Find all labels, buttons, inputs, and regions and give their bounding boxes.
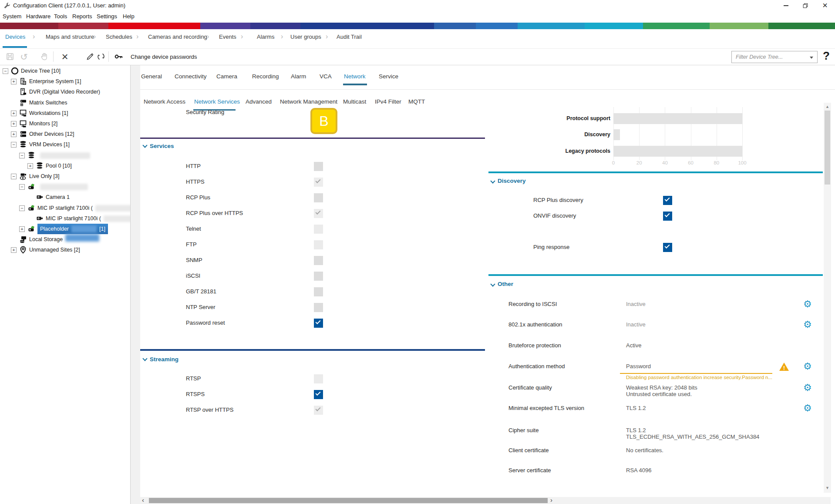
save-icon[interactable] (3, 50, 17, 63)
checkbox-rtsp[interactable] (314, 374, 323, 383)
tree-expander-minus-icon[interactable]: − (19, 205, 25, 211)
checkbox-onvif-discovery[interactable] (663, 212, 672, 221)
tree-item-mic-ip-starlight-7100i[interactable]: MIC IP starlight 7100i ( (0, 213, 130, 224)
tree-expander-plus-icon[interactable]: + (11, 121, 17, 127)
menu-item-reports[interactable]: Reports (72, 13, 92, 20)
scroll-down-icon[interactable]: ▼ (824, 486, 831, 490)
tree-item-selected-highlight[interactable]: Placeholder[1] (37, 224, 108, 234)
tree-item-other-devices-12[interactable]: +Other Devices [12] (0, 129, 130, 139)
hand-icon[interactable] (37, 50, 51, 63)
subtab-network-services[interactable]: Network Services (194, 98, 240, 105)
subtab-ipv4-filter[interactable]: IPv4 Filter (375, 98, 401, 105)
close-button[interactable]: × (817, 0, 833, 11)
maximize-button[interactable] (797, 0, 814, 11)
tab-connectivity[interactable]: Connectivity (175, 73, 207, 80)
checkbox-http[interactable] (314, 162, 323, 171)
subtab-mqtt[interactable]: MQTT (408, 98, 425, 105)
panel-splitter[interactable] (131, 65, 140, 504)
gear-icon[interactable]: ⚙ (803, 299, 812, 309)
tree-expander-minus-icon[interactable]: − (19, 153, 25, 158)
filter-device-tree-combo[interactable]: Filter Device Tree... (731, 51, 818, 63)
checkbox-ping-response[interactable] (663, 243, 672, 252)
gear-icon[interactable]: ⚙ (803, 403, 812, 413)
scroll-left-icon[interactable]: ‹ (142, 496, 144, 504)
tree-item-monitors-2[interactable]: +Monitors [2] (0, 118, 130, 129)
tab-recording[interactable]: Recording (252, 73, 279, 80)
checkbox-iscsi[interactable] (314, 272, 323, 281)
tab-vca[interactable]: VCA (320, 73, 332, 80)
tab-alarm[interactable]: Alarm (291, 73, 306, 80)
tree-item-device-tree-10[interactable]: −Device Tree [10] (0, 66, 130, 76)
tab-camera[interactable]: Camera (216, 73, 237, 80)
breadcrumb-item-schedules[interactable]: Schedules (106, 34, 132, 40)
scroll-right-icon[interactable]: › (550, 496, 552, 504)
tree-item-enterprise-system-1[interactable]: +Enterprise System [1] (0, 76, 130, 87)
tab-service[interactable]: Service (379, 73, 398, 80)
tree-expander-plus-icon[interactable]: + (27, 163, 33, 169)
help-button[interactable]: ? (823, 49, 830, 63)
tree-expander-minus-icon[interactable]: − (3, 68, 8, 74)
tree-item-workstations-1[interactable]: +Workstations [1] (0, 108, 130, 118)
tree-item-local-storage[interactable]: Local Storage (0, 234, 130, 245)
menu-item-system[interactable]: System (3, 13, 21, 20)
refresh-icon[interactable] (94, 50, 108, 63)
gear-icon[interactable]: ⚙ (803, 320, 812, 329)
checkbox-rcp-plus-discovery[interactable] (663, 196, 672, 205)
checkbox-password-reset[interactable] (314, 319, 323, 328)
tree-expander-minus-icon[interactable]: − (11, 142, 17, 148)
change-device-passwords-button[interactable]: Change device passwords (131, 54, 197, 60)
tree-expander-minus-icon[interactable]: − (19, 184, 25, 190)
breadcrumb-item-alarms[interactable]: Alarms (257, 34, 274, 40)
breadcrumb-item-events[interactable]: Events (219, 34, 236, 40)
tree-item-placeholder[interactable]: +Placeholder[1] (0, 224, 130, 234)
tree-expander-plus-icon[interactable]: + (11, 79, 17, 84)
checkbox-https[interactable] (314, 178, 323, 187)
scroll-up-icon[interactable]: ▲ (824, 104, 831, 109)
menu-item-hardware[interactable]: Hardware (26, 13, 51, 20)
checkbox-rcp-plus-over-https[interactable] (314, 209, 323, 218)
tree-item-matrix-switches[interactable]: Matrix Switches (0, 97, 130, 108)
subtab-network-access[interactable]: Network Access (144, 98, 185, 105)
gear-icon[interactable]: ⚙ (803, 362, 812, 371)
tree-item-dvr-digital-video-recorder[interactable]: DVR (Digital Video Recorder) (0, 87, 130, 97)
tree-item-live-only-3[interactable]: −Live Only [3] (0, 171, 130, 181)
checkbox-rtsps[interactable] (314, 390, 323, 399)
breadcrumb-item-audit-trail[interactable]: Audit Trail (337, 34, 362, 40)
checkbox-rtsp-over-https[interactable] (314, 406, 323, 415)
tree-item-unmanaged-sites-2[interactable]: +Unmanaged Sites [2] (0, 245, 130, 255)
subtab-multicast[interactable]: Multicast (343, 98, 366, 105)
menu-item-tools[interactable]: Tools (54, 13, 67, 20)
checkbox-ftp[interactable] (314, 240, 323, 249)
checkbox-ntp-server[interactable] (314, 303, 323, 312)
undo-icon[interactable]: ↺ (17, 50, 30, 63)
subtab-network-management[interactable]: Network Management (280, 98, 337, 105)
breadcrumb-item-user-groups[interactable]: User groups (290, 34, 321, 40)
subtab-advanced[interactable]: Advanced (246, 98, 272, 105)
checkbox-rcp-plus[interactable] (314, 193, 323, 202)
minimize-button[interactable] (778, 0, 794, 11)
checkbox-snmp[interactable] (314, 256, 323, 265)
tree-item-mic-ip-starlight-7100i[interactable]: −MIC IP starlight 7100i ( (0, 203, 130, 213)
menu-item-settings[interactable]: Settings (97, 13, 117, 20)
menu-item-help[interactable]: Help (123, 13, 135, 20)
tree-expander-plus-icon[interactable]: + (11, 247, 17, 253)
horizontal-scrollbar-thumb[interactable] (149, 498, 548, 503)
tree-item-camera-1[interactable]: Camera 1 (0, 192, 130, 202)
gear-icon[interactable]: ⚙ (803, 383, 812, 393)
tree-item-vrm-devices-1[interactable]: −VRM Devices [1] (0, 139, 130, 150)
delete-icon[interactable]: × (58, 50, 71, 63)
tab-general[interactable]: General (141, 73, 162, 80)
tree-expander-plus-icon[interactable]: + (11, 131, 17, 137)
checkbox-telnet[interactable] (314, 225, 323, 234)
tree-expander-plus-icon[interactable]: + (11, 111, 17, 116)
breadcrumb-item-cameras-and-recording[interactable]: Cameras and recording (148, 34, 207, 40)
breadcrumb-item-devices[interactable]: Devices (5, 34, 25, 40)
vertical-scrollbar-thumb[interactable] (825, 111, 830, 185)
tree-item-item[interactable]: − (0, 150, 130, 161)
tree-expander-plus-icon[interactable]: + (19, 226, 25, 232)
key-icon[interactable] (112, 50, 125, 63)
tree-item-item[interactable]: − (0, 181, 130, 192)
vertical-scrollbar[interactable]: ▲ ▼ (824, 103, 831, 493)
tab-network[interactable]: Network (344, 73, 366, 80)
breadcrumb-item-maps-and-structure[interactable]: Maps and structure (46, 34, 94, 40)
